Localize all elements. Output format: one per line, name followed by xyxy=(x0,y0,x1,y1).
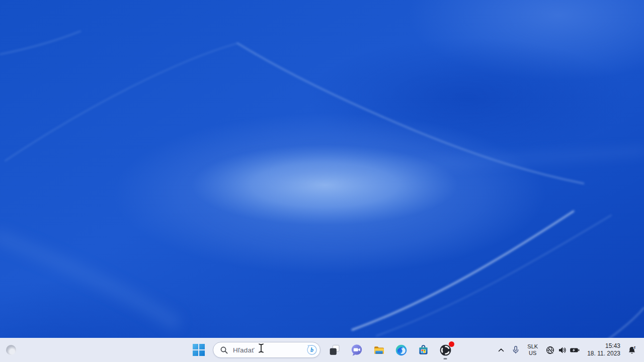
taskbar-app-task-view[interactable] xyxy=(325,340,345,360)
bing-icon: b xyxy=(306,344,317,355)
quick-settings-button[interactable] xyxy=(542,340,583,360)
edge-icon xyxy=(395,344,408,356)
microphone-icon xyxy=(511,345,520,354)
search-icon xyxy=(220,346,228,354)
bell-dnd-icon: z xyxy=(627,345,637,355)
taskbar-app-microsoft-store[interactable] xyxy=(413,340,433,360)
globe-no-internet-icon xyxy=(545,345,555,355)
system-tray: SLK US xyxy=(494,338,644,362)
taskbar-center-group: Hľadať b xyxy=(189,338,455,362)
language-switcher[interactable]: SLK US xyxy=(523,340,542,360)
folder-icon xyxy=(373,344,385,356)
start-button[interactable] xyxy=(189,340,209,360)
faint-app-icon xyxy=(6,345,16,355)
microphone-tray-button[interactable] xyxy=(509,340,523,360)
windows-logo-icon xyxy=(193,344,205,356)
wallpaper-image xyxy=(0,0,644,362)
notification-center-button[interactable]: z xyxy=(624,340,639,360)
store-bag-icon xyxy=(417,344,430,356)
obs-running-indicator xyxy=(444,358,447,359)
search-placeholder: Hľadať xyxy=(233,346,302,354)
taskbar-app-microsoft-edge[interactable] xyxy=(391,340,411,360)
taskbar-app-file-explorer[interactable] xyxy=(369,340,389,360)
text-cursor xyxy=(258,343,265,353)
taskbar: Hľadať b xyxy=(0,338,644,362)
show-hidden-icons-button[interactable] xyxy=(494,340,508,360)
chevron-up-icon xyxy=(497,346,505,354)
svg-text:z: z xyxy=(633,345,635,349)
taskbar-app-teams-chat[interactable] xyxy=(347,340,367,360)
desktop[interactable]: Hľadať b xyxy=(0,0,644,362)
clock-date: 18. 11. 2023 xyxy=(587,350,620,357)
taskbar-app-obs-studio[interactable] xyxy=(435,340,455,360)
speaker-icon xyxy=(557,345,567,355)
teams-chat-icon xyxy=(350,343,363,356)
clock[interactable]: 15:43 18. 11. 2023 xyxy=(584,340,624,360)
language-line1: SLK xyxy=(527,343,538,350)
battery-charging-icon xyxy=(570,345,580,355)
svg-text:b: b xyxy=(310,346,313,353)
search-box[interactable]: Hľadať b xyxy=(213,342,320,358)
task-view-icon xyxy=(329,344,341,356)
clock-time: 15:43 xyxy=(605,342,620,350)
language-line2: US xyxy=(529,350,536,356)
obs-recording-badge xyxy=(449,341,454,347)
